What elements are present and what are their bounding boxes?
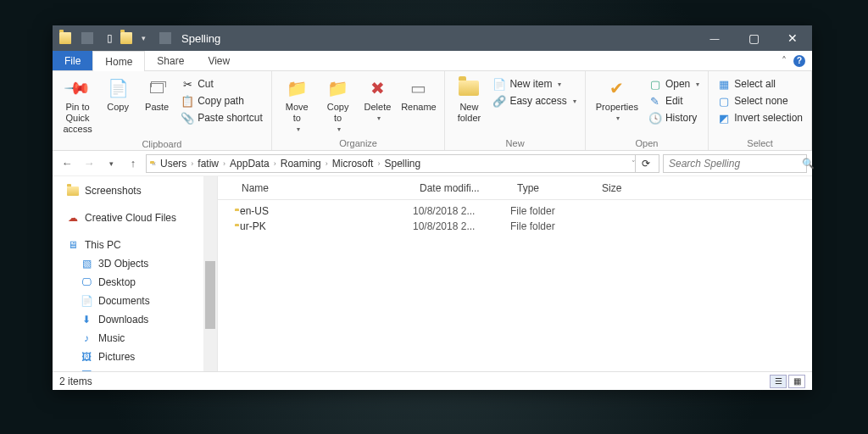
col-size[interactable]: Size bbox=[595, 182, 663, 194]
group-open: ✔Properties ▢Open ✎Edit 🕓History Open bbox=[586, 71, 709, 150]
tab-share[interactable]: Share bbox=[145, 51, 196, 70]
close-button[interactable]: ✕ bbox=[773, 25, 812, 51]
file-list-pane: Name Date modifi... Type Size en-US 10/8… bbox=[218, 176, 812, 371]
edit-button[interactable]: ✎Edit bbox=[645, 93, 703, 108]
invert-selection-button[interactable]: ◩Invert selection bbox=[714, 110, 806, 125]
select-all-button[interactable]: ▦Select all bbox=[714, 76, 806, 92]
minimize-button[interactable]: — bbox=[695, 25, 734, 51]
tab-view[interactable]: View bbox=[196, 51, 242, 70]
crumb[interactable]: Microsoft bbox=[330, 158, 376, 170]
tab-file[interactable]: File bbox=[53, 51, 92, 70]
properties-icon[interactable]: ▯ bbox=[103, 32, 115, 44]
crumb[interactable]: Roaming bbox=[278, 158, 324, 170]
details-view-button[interactable]: ☰ bbox=[770, 375, 787, 388]
tab-home[interactable]: Home bbox=[92, 51, 145, 71]
collapse-ribbon-icon[interactable]: ˄ bbox=[782, 55, 787, 67]
chevron-icon[interactable]: › bbox=[326, 159, 328, 168]
cut-button[interactable]: ✂Cut bbox=[177, 76, 266, 92]
file-type: File folder bbox=[510, 220, 595, 232]
file-row[interactable]: ur-PK 10/8/2018 2... File folder bbox=[218, 219, 812, 234]
group-label: Select bbox=[714, 136, 806, 150]
crumb[interactable]: Spelling bbox=[381, 158, 423, 170]
history-button[interactable]: 🕓History bbox=[645, 110, 703, 125]
delete-button[interactable]: ✖Delete bbox=[359, 75, 396, 136]
nav-screenshots[interactable]: Screenshots bbox=[53, 181, 217, 200]
folder-icon[interactable] bbox=[120, 32, 132, 44]
dropdown-icon[interactable]: ▾ bbox=[137, 32, 149, 44]
easy-access-button[interactable]: 🔗Easy access bbox=[489, 93, 579, 108]
copy-button[interactable]: 📄Copy bbox=[99, 75, 136, 137]
nav-creative-cloud[interactable]: ☁Creative Cloud Files bbox=[53, 209, 217, 227]
file-name: en-US bbox=[240, 205, 269, 217]
icons-view-button[interactable]: ▦ bbox=[788, 375, 805, 388]
rename-button[interactable]: ▭Rename bbox=[398, 75, 439, 136]
back-button[interactable]: ← bbox=[58, 154, 76, 173]
nav-3d-objects[interactable]: ▧3D Objects bbox=[53, 254, 217, 273]
ribbon: 📌Pin to Quick access 📄Copy Paste ✂Cut 📋C… bbox=[53, 71, 812, 151]
navigation-pane[interactable]: Screenshots ☁Creative Cloud Files 🖥This … bbox=[53, 176, 218, 371]
item-count: 2 items bbox=[59, 376, 92, 387]
chevron-icon[interactable]: › bbox=[191, 159, 193, 168]
new-folder-button[interactable]: New folder bbox=[450, 75, 487, 136]
refresh-button[interactable]: ⟳ bbox=[635, 154, 655, 173]
chevron-icon[interactable]: › bbox=[377, 159, 380, 168]
paste-button[interactable]: Paste bbox=[138, 75, 175, 137]
file-type: File folder bbox=[510, 205, 595, 217]
chevron-icon[interactable]: › bbox=[223, 159, 225, 168]
nav-music[interactable]: ♪Music bbox=[53, 329, 217, 348]
recent-dropdown[interactable]: ▾ bbox=[102, 154, 120, 173]
separator bbox=[81, 32, 93, 44]
pin-to-quick-access-button[interactable]: 📌Pin to Quick access bbox=[58, 75, 97, 137]
titlebar[interactable]: ▯ ▾ Spelling — ▢ ✕ bbox=[53, 25, 812, 51]
col-name[interactable]: Name bbox=[235, 182, 413, 194]
nav-this-pc[interactable]: 🖥This PC bbox=[53, 236, 217, 254]
nav-downloads[interactable]: ⬇Downloads bbox=[53, 310, 217, 329]
nav-documents[interactable]: 📄Documents bbox=[53, 292, 217, 310]
col-type[interactable]: Type bbox=[510, 182, 595, 194]
file-row[interactable]: en-US 10/8/2018 2... File folder bbox=[218, 203, 812, 219]
search-box[interactable]: 🔍 bbox=[663, 154, 807, 173]
search-icon[interactable]: 🔍 bbox=[802, 158, 815, 170]
forward-button[interactable]: → bbox=[80, 154, 98, 173]
explorer-window: ▯ ▾ Spelling — ▢ ✕ File Home Share View … bbox=[53, 25, 812, 390]
content-area: Screenshots ☁Creative Cloud Files 🖥This … bbox=[53, 176, 812, 371]
select-none-button[interactable]: ▢Select none bbox=[714, 93, 806, 108]
paste-shortcut-button[interactable]: 📎Paste shortcut bbox=[177, 110, 266, 125]
search-input[interactable] bbox=[669, 158, 797, 170]
group-label: Clipboard bbox=[58, 137, 266, 151]
separator bbox=[159, 32, 171, 44]
group-clipboard: 📌Pin to Quick access 📄Copy Paste ✂Cut 📋C… bbox=[53, 71, 272, 150]
file-rows[interactable]: en-US 10/8/2018 2... File folder ur-PK 1… bbox=[218, 200, 812, 371]
col-date[interactable]: Date modifi... bbox=[413, 182, 510, 194]
nav-desktop[interactable]: 🖵Desktop bbox=[53, 273, 217, 292]
file-name: ur-PK bbox=[240, 220, 266, 232]
new-item-button[interactable]: 📄New item bbox=[489, 76, 579, 92]
nav-pictures[interactable]: 🖼Pictures bbox=[53, 348, 217, 366]
group-select: ▦Select all ▢Select none ◩Invert selecti… bbox=[709, 71, 812, 150]
group-label: New bbox=[450, 136, 579, 150]
open-button[interactable]: ▢Open bbox=[645, 76, 703, 92]
crumb[interactable]: AppData bbox=[227, 158, 272, 170]
group-organize: 📁Move to 📁Copy to ✖Delete ▭Rename Organi… bbox=[272, 71, 446, 150]
copy-path-button[interactable]: 📋Copy path bbox=[177, 93, 266, 108]
folder-icon bbox=[59, 32, 71, 44]
window-title: Spelling bbox=[181, 32, 220, 45]
chevron-icon[interactable]: › bbox=[274, 159, 276, 168]
scrollbar[interactable] bbox=[203, 176, 217, 371]
crumb[interactable]: fatiw bbox=[195, 158, 221, 170]
up-button[interactable]: ↑ bbox=[124, 154, 142, 173]
quick-access-toolbar: ▯ ▾ bbox=[53, 32, 176, 44]
maximize-button[interactable]: ▢ bbox=[734, 25, 773, 51]
help-icon[interactable]: ? bbox=[793, 55, 805, 67]
ribbon-tabs: File Home Share View ˄ ? bbox=[53, 51, 812, 71]
scrollbar-thumb[interactable] bbox=[205, 261, 215, 329]
copy-to-button[interactable]: 📁Copy to bbox=[319, 75, 358, 136]
column-headers[interactable]: Name Date modifi... Type Size bbox=[218, 176, 812, 200]
file-date: 10/8/2018 2... bbox=[413, 220, 510, 232]
breadcrumb[interactable]: « Users› fatiw› AppData› Roaming› Micros… bbox=[146, 154, 659, 173]
nav-videos[interactable]: 🎞Videos bbox=[53, 366, 217, 371]
crumb[interactable]: Users bbox=[158, 158, 189, 170]
move-to-button[interactable]: 📁Move to bbox=[277, 75, 317, 136]
view-switcher: ☰ ▦ bbox=[770, 375, 805, 388]
properties-button[interactable]: ✔Properties bbox=[591, 75, 643, 136]
